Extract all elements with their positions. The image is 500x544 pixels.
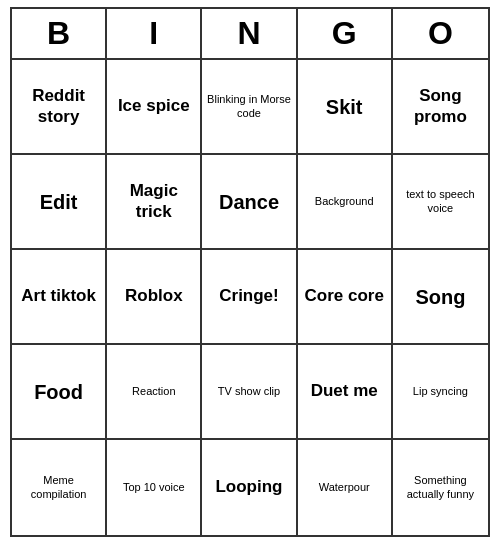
cell-label: Roblox — [125, 286, 183, 306]
bingo-cell: Song — [393, 250, 488, 345]
cell-label: Waterpour — [319, 481, 370, 494]
cell-label: Something actually funny — [397, 474, 484, 500]
bingo-cell: text to speech voice — [393, 155, 488, 250]
cell-label: Meme compilation — [16, 474, 101, 500]
cell-label: Ice spice — [118, 96, 190, 116]
bingo-cell: Food — [12, 345, 107, 440]
bingo-cell: Something actually funny — [393, 440, 488, 535]
bingo-cell: Duet me — [298, 345, 393, 440]
bingo-card: BINGO Reddit storyIce spiceBlinking in M… — [10, 7, 490, 537]
bingo-cell: Core core — [298, 250, 393, 345]
cell-label: Core core — [305, 286, 384, 306]
cell-label: Magic trick — [111, 181, 196, 222]
bingo-cell: Song promo — [393, 60, 488, 155]
bingo-cell: Blinking in Morse code — [202, 60, 297, 155]
cell-label: Reaction — [132, 385, 175, 398]
cell-label: Background — [315, 195, 374, 208]
bingo-cell: Looping — [202, 440, 297, 535]
cell-label: Looping — [215, 477, 282, 497]
cell-label: Cringe! — [219, 286, 279, 306]
bingo-header: BINGO — [12, 9, 488, 60]
cell-label: Dance — [219, 190, 279, 214]
cell-label: Edit — [40, 190, 78, 214]
bingo-cell: Skit — [298, 60, 393, 155]
bingo-cell: Lip syncing — [393, 345, 488, 440]
header-letter: N — [202, 9, 297, 58]
cell-label: text to speech voice — [397, 188, 484, 214]
bingo-grid: Reddit storyIce spiceBlinking in Morse c… — [12, 60, 488, 535]
bingo-cell: TV show clip — [202, 345, 297, 440]
bingo-cell: Meme compilation — [12, 440, 107, 535]
cell-label: Song — [415, 285, 465, 309]
cell-label: Food — [34, 380, 83, 404]
cell-label: Skit — [326, 95, 363, 119]
cell-label: Song promo — [397, 86, 484, 127]
bingo-cell: Reddit story — [12, 60, 107, 155]
bingo-cell: Background — [298, 155, 393, 250]
bingo-cell: Waterpour — [298, 440, 393, 535]
bingo-cell: Art tiktok — [12, 250, 107, 345]
cell-label: TV show clip — [218, 385, 280, 398]
bingo-cell: Magic trick — [107, 155, 202, 250]
bingo-cell: Ice spice — [107, 60, 202, 155]
cell-label: Blinking in Morse code — [206, 93, 291, 119]
bingo-cell: Cringe! — [202, 250, 297, 345]
header-letter: G — [298, 9, 393, 58]
cell-label: Top 10 voice — [123, 481, 185, 494]
header-letter: I — [107, 9, 202, 58]
cell-label: Lip syncing — [413, 385, 468, 398]
cell-label: Art tiktok — [21, 286, 96, 306]
bingo-cell: Reaction — [107, 345, 202, 440]
bingo-cell: Roblox — [107, 250, 202, 345]
header-letter: O — [393, 9, 488, 58]
cell-label: Reddit story — [16, 86, 101, 127]
header-letter: B — [12, 9, 107, 58]
cell-label: Duet me — [311, 381, 378, 401]
bingo-cell: Dance — [202, 155, 297, 250]
bingo-cell: Top 10 voice — [107, 440, 202, 535]
bingo-cell: Edit — [12, 155, 107, 250]
